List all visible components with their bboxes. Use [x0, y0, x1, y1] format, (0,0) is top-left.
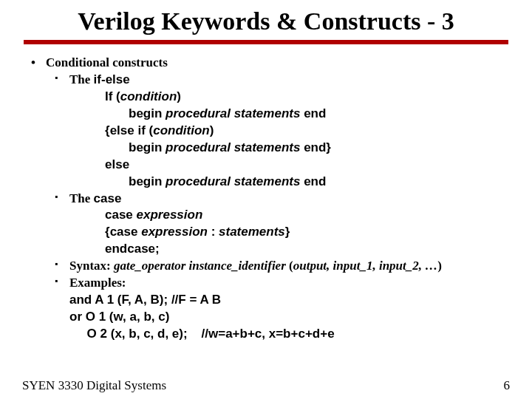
c3-exp: expression [141, 225, 208, 239]
c3-open: { [105, 225, 110, 239]
c3-kw: case [110, 225, 142, 239]
elseif-open: { [105, 123, 110, 137]
elseif-line: {else if (condition) [22, 123, 510, 140]
example-3: O 2 (x, b, c, d, e); //w=a+b+c, x=b+c+d+… [22, 326, 510, 343]
bullet-syntax: Syntax: gate_operator instance_identifie… [22, 258, 510, 275]
c3-stmt: statements [219, 225, 285, 239]
ex3-comment: //w=a+b+c, x=b+c+d+e [202, 327, 335, 341]
elseif-kw: else if ( [110, 123, 154, 137]
proc1: procedural statements [166, 106, 300, 120]
else-body: begin procedural statements end [22, 174, 510, 191]
proc2: procedural statements [166, 140, 300, 154]
case-line2: {case expression : statements} [22, 224, 510, 241]
case-keyword: case [94, 191, 122, 205]
case-kw2: case [105, 208, 137, 222]
example-2: or O 1 (w, a, b, c) [22, 309, 510, 326]
bullet-conditional: Conditional constructs [22, 55, 510, 72]
end1: end [300, 106, 326, 120]
title-rule [24, 40, 508, 44]
syntax-pre: Syntax: [69, 259, 114, 273]
c3-mid: : [208, 225, 219, 239]
elseif-close: ) [210, 123, 214, 137]
example-1: and A 1 (F, A, B); //F = A B [22, 292, 510, 309]
if-kw: If ( [105, 89, 120, 103]
ex3-code: O 2 (x, b, c, d, e); [69, 327, 188, 341]
slide: Verilog Keywords & Constructs - 3 Condit… [0, 0, 532, 399]
endcase-line: endcase; [22, 241, 510, 258]
syntax-args: output, input_1, input_2, … [293, 259, 438, 273]
end3: end [300, 174, 326, 188]
slide-title: Verilog Keywords & Constructs - 3 [22, 7, 510, 35]
footer-page-number: 6 [504, 378, 511, 393]
syntax-gate: gate_operator instance_identifier [114, 259, 289, 273]
end2: end} [300, 140, 331, 154]
content: Conditional constructs The if-else If (c… [22, 55, 510, 343]
syntax-paren-close: ) [437, 259, 442, 273]
elseif-cond: condition [153, 123, 209, 137]
begin3: begin [129, 174, 166, 188]
footer-left: SYEN 3330 Digital Systems [22, 378, 166, 393]
elseif-body: begin procedural statements end} [22, 140, 510, 157]
the-label: The [69, 72, 94, 86]
if-line: If (condition) [22, 89, 510, 106]
begin1: begin [129, 106, 166, 120]
the-label2: The [69, 191, 94, 205]
if-cond: condition [120, 89, 177, 103]
bullet-ifelse: The if-else [22, 72, 510, 89]
if-close: ) [177, 89, 181, 103]
begin2: begin [129, 140, 166, 154]
footer: SYEN 3330 Digital Systems 6 [22, 378, 510, 393]
proc3: procedural statements [166, 174, 300, 188]
bullet-examples: Examples: [22, 275, 510, 292]
if-body1: begin procedural statements end [22, 106, 510, 123]
else-line: else [22, 157, 510, 174]
case-expr: expression [137, 208, 203, 222]
c3-close: } [285, 225, 290, 239]
ifelse-keyword: if-else [94, 72, 130, 86]
case-line1: case expression [22, 207, 510, 224]
bullet-case: The case [22, 191, 510, 208]
ex3-pad [188, 327, 202, 341]
